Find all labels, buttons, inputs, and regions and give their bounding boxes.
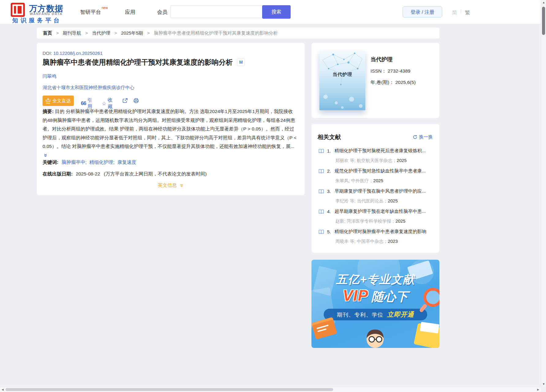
print-icon (133, 98, 139, 104)
banner-subline-text: 随心下 (371, 290, 408, 303)
journal-cover[interactable]: 当代护理 (319, 51, 365, 110)
breadcrumb-separator: > (114, 30, 117, 36)
doi-row: DOI: 10.12208/j.cn.20250261 (43, 51, 103, 56)
lang-simplified[interactable]: 简 (452, 9, 457, 16)
banner-pill-text: 期刊、专利、学位 (337, 312, 383, 318)
refresh-related-button[interactable]: 换一换 (413, 134, 433, 140)
book-icon (318, 209, 324, 214)
related-articles-card: 相关文献 换一换 1. 精细化护理干预对脑梗死后患者康复锻炼积... 郑丽欢 等… (311, 124, 439, 253)
breadcrumb-journal-nav[interactable]: 期刊导航 (63, 30, 81, 36)
related-item-source: 赵新; 菏泽医学专科学校学报； (335, 219, 396, 224)
related-item-number: 2. (327, 168, 331, 174)
journal-name[interactable]: 当代护理 (371, 56, 393, 63)
related-item-year: 2025 (396, 219, 405, 224)
article-title-text: 脑肿瘤卒中患者使用精细化护理干预对其康复速度的影响分析 (43, 58, 233, 66)
vip-promo-banner[interactable]: 五亿+专业文献 VIP随心下 期刊、专利、学位立即开通 (311, 260, 439, 348)
scroll-right-arrow[interactable]: ▶ (536, 387, 541, 392)
keyword-link[interactable]: 康复速度 (117, 160, 136, 165)
login-register-button[interactable]: 登录 / 注册 (403, 6, 442, 17)
breadcrumb-journal[interactable]: 当代护理 (92, 30, 110, 36)
related-heading: 相关文献 (318, 133, 341, 141)
related-item-title: 精细化护理干预对脑梗死后患者康复锻炼积... (335, 148, 426, 154)
site-header: 万方数据 WANFANG DATA 知识服务平台 智研平台new 应用 会员 搜… (0, 0, 546, 24)
related-item-source: 朱翠凤; 中外医疗； (335, 178, 373, 183)
cover-network-decoration (319, 51, 365, 110)
nav-item-zhiyan[interactable]: 智研平台new (80, 9, 108, 16)
volume-label: 年,卷(期)： (371, 80, 394, 85)
journal-volume-row: 年,卷(期)： 2025,6(5) (371, 79, 416, 86)
article-card: DOI: 10.12208/j.cn.20250261 脑肿瘤卒中患者使用精细化… (37, 43, 305, 195)
free-label: free (46, 102, 50, 104)
related-item[interactable]: 5. 精细化护理对脑肿瘤卒中患者康复速度的影响 (318, 229, 438, 235)
page: 万方数据 WANFANG DATA 知识服务平台 智研平台new 应用 会员 搜… (0, 0, 546, 392)
related-item-year: 2025 (397, 158, 407, 163)
fulltext-label: 全文直达 (52, 98, 71, 104)
related-item-meta: 周晓丰 等; 中国卒中杂志；2023 (335, 239, 398, 244)
journal-issn-row: ISSN： 2732-4389 (371, 68, 410, 74)
share-icon (122, 98, 128, 104)
breadcrumb-issue[interactable]: 2025年5期 (121, 30, 143, 36)
doi-link[interactable]: 10.12208/j.cn.20250261 (53, 51, 103, 56)
related-item[interactable]: 3. 早期康复护理干预在脑中风患者护理中的应... (318, 188, 438, 194)
wanfang-logo-icon (11, 3, 25, 17)
related-item-number: 3. (327, 189, 331, 194)
vertical-scrollbar-thumb[interactable] (542, 7, 545, 35)
lang-traditional[interactable]: 繁 (465, 9, 470, 16)
search-input[interactable] (171, 5, 262, 18)
related-item-title: 早期康复护理干预在脑中风患者护理中的应... (335, 188, 426, 194)
download-icon: free (46, 98, 51, 104)
affiliation-link[interactable]: 湖北省十堰市太和医院神经肿瘤疾病诊疗中心 (43, 85, 134, 91)
keyword-link[interactable]: 脑肿瘤卒中; (62, 160, 87, 165)
related-item[interactable]: 2. 规范化护理干预对急性缺血性脑卒中患者康... (318, 168, 438, 174)
scroll-up-arrow[interactable]: ▲ (541, 0, 546, 5)
nav-label: 应用 (125, 9, 135, 15)
keyword-link[interactable]: 精细化护理; (89, 160, 115, 165)
brand-name-en: WANFANG DATA (30, 12, 62, 16)
related-item-year: 2025 (373, 178, 383, 183)
book-icon (318, 229, 324, 234)
breadcrumb-separator: > (85, 30, 88, 36)
banner-headline: 五亿+专业文献 (311, 272, 439, 287)
related-item-number: 1. (327, 148, 331, 153)
banner-folder-illustration (414, 323, 439, 348)
abstract: 摘要: 目的 分析脑肿瘤卒中患者使用精细化护理对其康复速度的影响。方法 选取20… (43, 107, 297, 160)
scroll-down-arrow[interactable]: ▼ (541, 382, 546, 387)
breadcrumb-separator: > (147, 30, 150, 36)
lang-divider: | (460, 9, 461, 14)
cover-journal-title: 当代护理 (319, 72, 365, 77)
vertical-scrollbar[interactable]: ▲ ▼ (541, 0, 546, 387)
issn-label: ISSN： (371, 68, 386, 74)
related-item-number: 4. (327, 209, 331, 214)
print-button[interactable] (133, 98, 139, 105)
search-button[interactable]: 搜索 (262, 5, 291, 19)
related-item[interactable]: 1. 精细化护理干预对脑梗死后患者康复锻炼积... (318, 148, 438, 154)
banner-cta-pill[interactable]: 期刊、专利、学位立即开通 (324, 309, 427, 320)
nav-item-apps[interactable]: 应用 (125, 9, 135, 16)
horizontal-scrollbar[interactable]: ◀ ▶ (0, 387, 541, 392)
page-title: 脑肿瘤卒中患者使用精细化护理干预对其康复速度的影响分析M (43, 58, 245, 67)
english-info-toggle[interactable]: 英文信息 (37, 182, 305, 189)
related-item-source: 李纪玲 等; 当代医药论丛； (335, 198, 388, 203)
horizontal-scrollbar-thumb[interactable] (6, 388, 333, 391)
new-badge: new (102, 6, 108, 9)
related-item-source: 周晓丰 等; 中国卒中杂志； (335, 239, 388, 244)
refresh-label: 换一换 (419, 134, 433, 140)
author-link[interactable]: 闫翠鸣 (43, 74, 56, 79)
breadcrumb-current: 脑肿瘤卒中患者使用精细化护理干预对其康复速度的影响分析 (154, 30, 278, 36)
expand-abstract-icon[interactable] (43, 153, 48, 158)
nav-item-member[interactable]: 会员 (157, 9, 168, 16)
journal-card: 当代护理 当代护理 ISSN： 2732-4389 年,卷(期)： 2025,6… (311, 43, 439, 118)
nav-label: 会员 (157, 9, 168, 15)
logo[interactable]: 万方数据 WANFANG DATA 知识服务平台 (11, 2, 81, 23)
english-info-label: 英文信息 (158, 183, 177, 188)
fulltext-button[interactable]: free 全文直达 (43, 96, 74, 106)
banner-subline: VIP随心下 (311, 287, 439, 305)
quote-icon: 66 (81, 100, 86, 107)
share-button[interactable] (122, 98, 128, 105)
scroll-left-arrow[interactable]: ◀ (0, 387, 5, 392)
breadcrumb: 首页 > 期刊导航 > 当代护理 > 2025年5期 > 脑肿瘤卒中患者使用精细… (37, 28, 439, 39)
book-icon (318, 149, 324, 153)
related-item[interactable]: 4. 超早期康复护理干预在老年缺血性脑卒中患... (318, 209, 438, 214)
breadcrumb-home[interactable]: 首页 (43, 30, 52, 36)
banner-character-illustration (363, 326, 387, 348)
